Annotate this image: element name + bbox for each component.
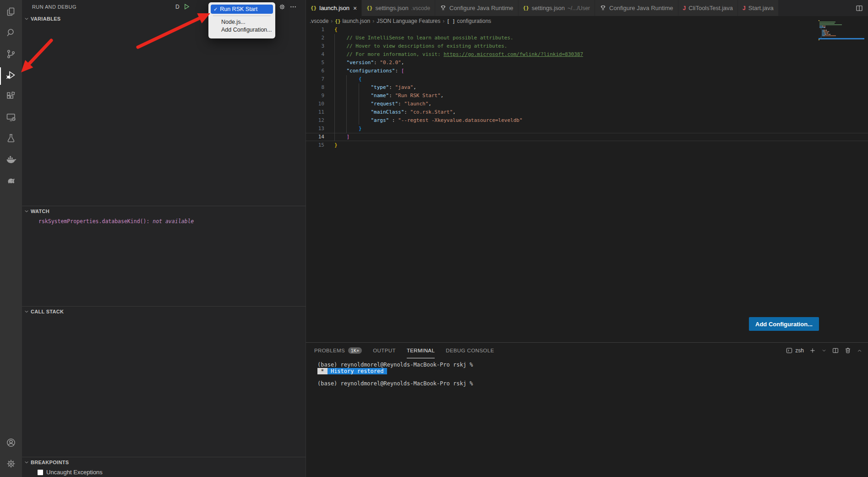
- sidebar-section-watch: WATCHrskSystemProperties.databaseKind():…: [22, 206, 306, 306]
- code-token: {: [359, 76, 362, 82]
- code-token: [: [401, 68, 404, 74]
- editor-tab-clitoolstest-java[interactable]: JCliToolsTest.java: [678, 0, 738, 16]
- tab-bar-spacer: [779, 0, 851, 16]
- chevron-down-icon: [24, 460, 29, 465]
- line-content: "request": "launch",: [324, 100, 431, 108]
- terminal-shell-selector[interactable]: zsh: [786, 347, 804, 354]
- close-icon[interactable]: ×: [353, 5, 357, 11]
- activity-bar-item-search[interactable]: [0, 23, 22, 44]
- new-terminal-icon[interactable]: [809, 347, 816, 354]
- indent-guide: [346, 108, 358, 116]
- editor-tab-launch-json[interactable]: {}launch.json×: [306, 0, 362, 16]
- line-number: 6: [306, 67, 324, 75]
- docker-icon: [5, 154, 16, 167]
- line-content: // For more information, visit: https://…: [324, 50, 583, 59]
- activity-bar-item-run-and-debug[interactable]: [0, 66, 22, 87]
- activity-bar-item-gradle[interactable]: [0, 171, 22, 192]
- code-editor[interactable]: 1{2 // Use IntelliSense to learn about p…: [306, 26, 868, 149]
- add-configuration-button[interactable]: Add Configuration...: [749, 317, 819, 331]
- activity-bar-item-source-control[interactable]: [0, 44, 22, 66]
- section-header-watch[interactable]: WATCH: [22, 206, 306, 216]
- menu-item[interactable]: Node.js...: [208, 18, 275, 26]
- minimap-line: [819, 20, 864, 21]
- line-number: 14: [306, 133, 324, 141]
- breakpoint-item[interactable]: Uncaught Exceptions: [22, 467, 306, 476]
- line-number: 5: [306, 59, 324, 67]
- section-header-callstack[interactable]: CALL STACK: [22, 307, 306, 317]
- chevron-down-icon: [24, 309, 29, 314]
- files-icon: [5, 6, 16, 19]
- code-token: // For more information, visit:: [346, 51, 443, 57]
- section-header-breakpoints[interactable]: BREAKPOINTS: [22, 457, 306, 467]
- editor-tab-settings-json[interactable]: {}settings.json.vscode: [362, 0, 435, 16]
- panel-tab-problems[interactable]: PROBLEMS1K+: [314, 343, 362, 358]
- indent-guide: [346, 92, 358, 100]
- editor-tab-configure-java-runtime[interactable]: Configure Java Runtime: [435, 0, 518, 16]
- editor-tab-configure-java-runtime[interactable]: Configure Java Runtime: [595, 0, 678, 16]
- terminal-text: (base) reynoldmorel@Reynolds-MacBook-Pro…: [317, 380, 473, 387]
- line-content: ]: [324, 133, 349, 141]
- more-actions-icon[interactable]: [289, 3, 297, 11]
- activity-bar-bottom: [0, 433, 22, 475]
- line-number: 2: [306, 34, 324, 42]
- panel-tab-debug-console[interactable]: DEBUG CONSOLE: [446, 343, 494, 358]
- activity-bar-item-accounts[interactable]: [0, 433, 22, 454]
- menu-item-selected[interactable]: ✓Run RSK Start: [211, 5, 273, 14]
- code-token: :: [389, 117, 398, 123]
- terminal-output[interactable]: (base) reynoldmorel@Reynolds-MacBook-Pro…: [306, 358, 868, 477]
- activity-bar-item-remote-explorer[interactable]: [0, 108, 22, 129]
- split-terminal-icon[interactable]: [832, 347, 839, 354]
- activity-bar-item-extensions[interactable]: [0, 87, 22, 108]
- split-editor-icon[interactable]: [855, 4, 863, 12]
- indent-guide: [346, 100, 358, 108]
- editor-tab-start-java[interactable]: JStart.java: [738, 0, 779, 16]
- testing-icon: [5, 133, 16, 146]
- indent-guide: [346, 83, 358, 92]
- maximize-panel-chevron-icon[interactable]: [857, 348, 863, 354]
- panel-tab-terminal[interactable]: TERMINAL: [407, 343, 435, 358]
- breadcrumb-item[interactable]: .vscode: [310, 18, 328, 24]
- sidebar-section-variables: VARIABLES: [22, 14, 306, 206]
- code-token: :: [389, 93, 395, 99]
- indent-guide: [334, 67, 346, 75]
- breakpoint-checkbox[interactable]: [38, 470, 43, 475]
- code-line-15: 15}: [306, 141, 868, 149]
- kill-terminal-trash-icon[interactable]: [844, 347, 852, 354]
- line-content: }: [324, 141, 338, 149]
- terminal-line: * History restored: [317, 368, 868, 375]
- breadcrumb-item[interactable]: JSON Language Features: [377, 18, 440, 24]
- line-number: 4: [306, 50, 324, 59]
- code-line-13: 13 }: [306, 125, 868, 133]
- activity-bar-item-settings[interactable]: [0, 454, 22, 475]
- activity-bar-item-testing[interactable]: [0, 129, 22, 150]
- code-line-10: 10 "request": "launch",: [306, 100, 868, 108]
- start-debugging-icon[interactable]: [183, 3, 190, 10]
- breadcrumb-item[interactable]: {}launch.json: [335, 18, 370, 24]
- account-icon: [5, 437, 16, 450]
- watch-expression[interactable]: rskSystemProperties.databaseKind(): not …: [22, 216, 306, 225]
- indent-guide: [334, 92, 346, 100]
- menu-item[interactable]: Add Configuration...: [208, 26, 275, 34]
- tab-label: settings.json: [532, 5, 565, 11]
- line-number: 3: [306, 42, 324, 50]
- minimap-line: [819, 30, 864, 31]
- line-number: 13: [306, 125, 324, 133]
- terminal-line: [317, 375, 868, 381]
- java-runtime-icon: [600, 5, 606, 11]
- gear-icon[interactable]: [278, 3, 286, 11]
- minimap-current-line: [819, 38, 864, 39]
- activity-bar-item-explorer[interactable]: [0, 2, 22, 23]
- line-content: // Use IntelliSense to learn about possi…: [324, 34, 513, 42]
- terminal-text: History restored: [328, 368, 387, 374]
- breadcrumb-label: JSON Language Features: [377, 18, 440, 24]
- menu-separator: [213, 16, 271, 16]
- code-line-11: 11 "mainClass": "co.rsk.Start",: [306, 108, 868, 116]
- panel-tab-output[interactable]: OUTPUT: [373, 343, 396, 358]
- minimap[interactable]: [819, 20, 864, 41]
- launch-profile-chevron-icon[interactable]: [821, 348, 827, 353]
- breadcrumb-item[interactable]: [ ]configurations: [447, 18, 491, 24]
- editor-tab-settings-json[interactable]: {}settings.json~/.../User: [519, 0, 595, 16]
- activity-bar-item-docker[interactable]: [0, 150, 22, 171]
- code-token: "configurations": [346, 68, 395, 74]
- breakpoint-label: Uncaught Exceptions: [46, 469, 103, 476]
